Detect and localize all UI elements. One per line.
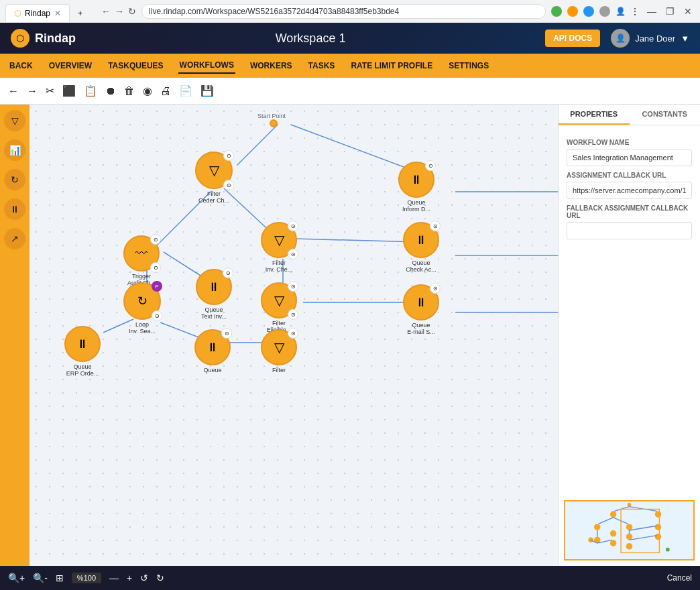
filter4-node[interactable]: ▽ ⊙ Filter [261,329,297,373]
queue-email-label: QueueE-mail S... [407,322,435,335]
workflow-name-input[interactable] [567,149,692,166]
nav-tasks[interactable]: TASKS [307,58,337,73]
view-icon[interactable]: ◉ [143,84,152,97]
record-icon[interactable]: ⏺ [105,85,116,97]
email-badge: ⊙ [430,283,441,294]
minimize-button[interactable]: — [644,6,659,17]
zoom-level[interactable]: %100 [72,573,101,583]
eligible-badge2: ⊙ [288,309,298,320]
zoom-plus-icon[interactable]: + [127,573,132,583]
filter-ceder-node[interactable]: ▽ ⊙ ⊙ FilterCeder Ch... [195,152,233,204]
copy-icon[interactable]: ⬛ [62,84,76,97]
stats-sidebar-icon[interactable]: 📊 [4,139,25,161]
user-area: 👤 Jane Doer ▼ [611,29,689,48]
nav-workflows[interactable]: WORKFLOWS [178,58,235,74]
queue-checkac-node[interactable]: ⏸ ⊙ QueueCheck Ac... [403,222,439,273]
user-chevron-icon: ▼ [681,34,689,44]
redo-icon[interactable]: ↻ [156,573,164,583]
tab-favicon: ⬡ [14,9,21,18]
trigger-badge: ⊙ [150,234,161,245]
browser-new-tab[interactable]: + [70,5,91,22]
queue-erp-node[interactable]: ⏸ QueueERP Orde... [64,326,101,377]
cut-icon[interactable]: ✂ [46,84,54,97]
back-icon[interactable]: ← [8,85,19,97]
delete-icon[interactable]: 🗑 [124,85,135,97]
svg-point-28 [626,543,633,550]
node-badge2: ⊙ [223,180,234,190]
tab-close-button[interactable]: ✕ [54,9,61,18]
zoom-out-icon[interactable]: 🔍- [33,573,48,583]
svg-point-39 [666,548,670,552]
share-sidebar-icon[interactable]: ↗ [4,228,25,249]
fallback-label: FALLBACK ASSIGNMENT CALLBACK URL [567,204,692,219]
reload-button[interactable]: ↻ [128,6,136,17]
profile-icon[interactable]: 👤 [616,7,626,16]
undo-icon[interactable]: ↺ [140,573,148,583]
svg-point-23 [626,534,633,540]
nav-back[interactable]: BACK [8,58,34,73]
zoom-bar: 🔍+ 🔍- ⊞ %100 — + ↺ ↻ Cancel [0,566,700,590]
browser-tabs: ⬡ Rindap ✕ + [5,0,91,22]
queue6-node[interactable]: ⏸ ⊙ Queue [194,329,231,373]
nav-settings[interactable]: SETTINGS [447,58,490,73]
restore-button[interactable]: ❐ [663,6,677,17]
extension-icon-green [551,6,562,17]
browser-bar: ⬡ Rindap ✕ + ← → ↻ live.rindap.com/Works… [0,0,700,23]
logo-icon: ⬡ [11,29,30,48]
queue-email-node[interactable]: ⏸ ⊙ QueueE-mail S... [403,284,439,335]
filter-eligible-node[interactable]: ▽ ⊙ ⊙ FilterEligible... [261,282,297,333]
forward-button[interactable]: → [115,6,124,17]
start-node[interactable] [270,119,278,127]
api-docs-button[interactable]: API DOCS [545,30,600,47]
properties-tab[interactable]: PROPERTIES [559,105,630,125]
nav-overview[interactable]: OVERVIEW [48,58,93,73]
queue-inform-node[interactable]: ⏸ ⊙ QueueInform D... [398,162,434,213]
trigger-badge2: ⊙ [150,262,161,273]
svg-point-20 [610,530,617,537]
queue-text-node[interactable]: ⏸ ⊙ QueueText Inv... [196,269,232,320]
back-button[interactable]: ← [101,6,111,17]
queue-inform-label: QueueInform D... [402,199,430,213]
zoom-fit-icon[interactable]: ⊞ [56,573,64,583]
filter-inv-badge2: ⊙ [288,249,298,259]
paste-icon[interactable]: 📋 [84,84,97,97]
browser-tab-rindap[interactable]: ⬡ Rindap ✕ [5,4,70,22]
filter-sidebar-icon[interactable]: ▽ [4,110,25,131]
checkac-badge: ⊙ [430,221,441,231]
pause-sidebar-icon[interactable]: ⏸ [4,198,25,220]
tab-title: Rindap [25,9,50,18]
nav-workers[interactable]: WORKERS [249,58,294,73]
constants-tab[interactable]: CONSTANTS [630,105,701,125]
assignment-callback-input[interactable] [567,182,692,199]
print-icon[interactable]: 🖨 [160,85,171,97]
workspace-title: Workspace 1 [86,32,534,46]
zoom-in-icon[interactable]: 🔍+ [8,573,25,583]
svg-point-25 [588,538,593,543]
eligible-badge: ⊙ [288,281,298,292]
fallback-input[interactable] [567,222,692,239]
nav-rate-limit-profile[interactable]: RATE LIMIT PROFILE [349,58,434,73]
filter-inv-badge: ⊙ [288,221,298,231]
close-button[interactable]: ✕ [681,6,695,17]
save-icon[interactable]: 💾 [200,84,214,97]
panel-content: WORKFLOW NAME ASSIGNMENT CALLBACK URL FA… [559,125,700,495]
loop-inv-label: LoopInv. Sea... [129,321,156,335]
address-bar[interactable]: live.rindap.com/Workspace/WS5216a3572d4d… [141,4,546,19]
forward-icon[interactable]: → [27,85,38,97]
browser-controls: ← → ↻ [101,6,136,17]
loop-inv-node[interactable]: ↻ P ⊙ LoopInv. Sea... [123,282,161,335]
zoom-minus-icon[interactable]: — [109,573,119,583]
browser-icons: 👤 ⋮ [551,6,639,17]
report-icon[interactable]: 📄 [179,84,192,97]
filter-inv-node[interactable]: ▽ ⊙ ⊙ FilterInv. Che... [261,222,297,273]
refresh-sidebar-icon[interactable]: ↻ [4,169,25,190]
more-icon[interactable]: ⋮ [631,7,639,16]
workflow-canvas[interactable]: Start Point ▽ ⊙ ⊙ FilterCeder Ch... ⏸ ⊙ … [30,105,558,566]
queue-checkac-label: QueueCheck Ac... [406,259,436,273]
trigger-audit-node[interactable]: 〰 ⊙ ⊙ TriggerAudit Ch... [123,235,160,286]
app-header: ⬡ Rindap Workspace 1 API DOCS 👤 Jane Doe… [0,23,700,54]
cancel-button[interactable]: Cancel [667,573,692,583]
nav-taskqueues[interactable]: TASKQUEUES [107,58,164,73]
panel-tabs: PROPERTIES CONSTANTS [559,105,700,125]
filter4-badge: ⊙ [288,328,298,339]
